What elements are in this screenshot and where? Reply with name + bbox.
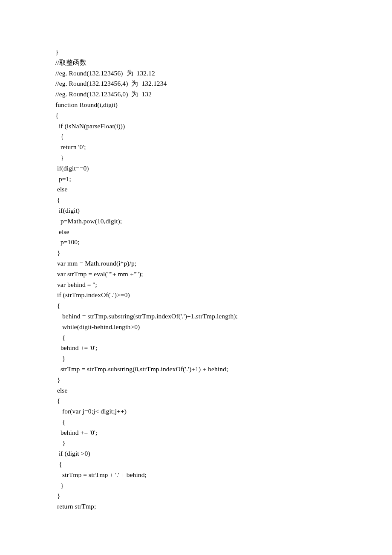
- code-block: } //取整函数 //eg. Round(132.123456) 为 132.1…: [0, 0, 392, 546]
